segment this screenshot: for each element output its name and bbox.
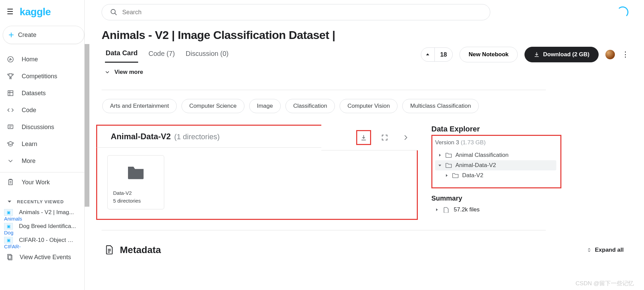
tabs-row: Data Card Code (7) Discussion (0) 18 New… [85, 43, 644, 63]
create-label: Create [18, 32, 36, 39]
clipboard-icon [6, 253, 14, 261]
search-input[interactable] [122, 9, 482, 16]
chevron-right-icon [402, 134, 409, 141]
caret-right-icon [435, 208, 439, 212]
chevron-down-icon [7, 157, 14, 165]
tab-data-card[interactable]: Data Card [105, 46, 138, 63]
nav-list: Home Competitions Datasets Code Discussi… [0, 49, 84, 193]
folder-title: Animal-Data-V2 [111, 132, 171, 141]
upvote-button[interactable] [421, 48, 435, 61]
trophy-icon [7, 72, 14, 80]
thumbnail-icon: ▣ [4, 209, 13, 216]
avatar[interactable] [605, 50, 615, 59]
view-active-events[interactable]: View Active Events [0, 250, 84, 261]
nav-more[interactable]: More [0, 152, 84, 169]
nav-discussions[interactable]: Discussions [0, 119, 84, 136]
document-icon [105, 245, 114, 255]
tag[interactable]: Computer Science [181, 99, 244, 113]
page-title: Animals - V2 | Image Classification Data… [85, 24, 644, 43]
vote-count: 18 [435, 51, 452, 58]
tab-discussion[interactable]: Discussion (0) [185, 47, 229, 62]
metadata-row: Metadata Expand all [85, 230, 644, 255]
tree: Animal Classification Animal-Data-V2 Dat… [435, 146, 556, 181]
code-icon [7, 106, 14, 114]
table-icon [7, 89, 14, 97]
tree-item[interactable]: Data-V2 [435, 170, 556, 181]
explorer-version: Version 3 (1.73 GB) [435, 139, 556, 146]
svg-point-0 [8, 57, 14, 62]
nav-code[interactable]: Code [0, 102, 84, 119]
folder-panel: Animal-Data-V2 (1 directories) Data-V2 5… [96, 125, 418, 220]
chevron-down-icon [104, 69, 110, 75]
tree-item[interactable]: Animal Classification [435, 150, 556, 160]
folder-card[interactable]: Data-V2 5 directories [107, 155, 164, 209]
more-menu-icon[interactable]: ⋮ [622, 50, 628, 59]
download-folder-button[interactable] [356, 130, 371, 145]
new-notebook-button[interactable]: New Notebook [459, 47, 518, 62]
summary-title: Summary [431, 194, 632, 202]
sidebar: ☰ kaggle + Create Home Competitions Data… [0, 0, 85, 290]
unfold-icon [586, 247, 592, 253]
topbar [85, 0, 644, 24]
search-icon [110, 8, 117, 16]
explorer-box: Version 3 (1.73 GB) Animal Classificatio… [431, 135, 561, 188]
caret-down-icon [438, 163, 442, 167]
tag[interactable]: Classification [285, 99, 335, 113]
hamburger-icon[interactable]: ☰ [7, 7, 14, 16]
nav-learn[interactable]: Learn [0, 136, 84, 152]
view-more-button[interactable]: View more [85, 63, 644, 79]
create-button[interactable]: + Create [3, 26, 84, 44]
vote-group: 18 [421, 47, 453, 62]
recent-item[interactable]: ▣CIFAR-10 - Object R... CIFAR- [0, 236, 84, 250]
learn-icon [7, 140, 14, 148]
fullscreen-icon [381, 134, 388, 141]
tags-row: Arts and Entertainment Computer Science … [85, 97, 644, 113]
clipboard-icon [7, 179, 14, 186]
summary-line[interactable]: 57.2k files [431, 202, 632, 213]
svg-rect-2 [8, 125, 13, 129]
scrollbar[interactable] [85, 0, 89, 290]
caret-right-icon [438, 153, 442, 157]
main: Animals - V2 | Image Classification Data… [85, 0, 644, 290]
nav-competitions[interactable]: Competitions [0, 68, 84, 85]
next-button[interactable] [398, 130, 413, 145]
metadata-title: Metadata [120, 245, 161, 255]
folder-name: Data-V2 [113, 190, 158, 196]
chat-icon [7, 123, 14, 131]
folder-dir-count: 5 directories [113, 198, 158, 204]
tag[interactable]: Multiclass Classification [402, 99, 479, 113]
tab-code[interactable]: Code (7) [148, 47, 175, 62]
scrollbar-thumb[interactable] [85, 44, 89, 207]
folder-icon [126, 164, 145, 181]
explorer-title: Data Explorer [431, 125, 632, 133]
file-icon [443, 207, 450, 213]
search-box[interactable] [102, 4, 490, 20]
loading-spinner-icon [617, 6, 628, 18]
watermark: CSDN @留下一些记忆 [576, 279, 634, 287]
folder-subtitle: (1 directories) [174, 132, 219, 141]
caret-right-icon [445, 173, 449, 178]
tag[interactable]: Computer Vision [340, 99, 398, 113]
nav-datasets[interactable]: Datasets [0, 85, 84, 102]
nav-your-work[interactable]: Your Work [0, 172, 84, 191]
recent-item[interactable]: ▣Dog Breed Identifica... Dog [0, 222, 84, 236]
fullscreen-button[interactable] [377, 130, 392, 145]
chevron-down-icon [7, 199, 12, 204]
tree-item-selected[interactable]: Animal-Data-V2 [435, 160, 556, 170]
plus-icon: + [8, 30, 14, 40]
folder-icon [452, 172, 459, 179]
tag[interactable]: Arts and Entertainment [102, 99, 177, 113]
logo[interactable]: kaggle [20, 6, 51, 18]
data-explorer: Data Explorer Version 3 (1.73 GB) Animal… [431, 125, 632, 220]
recent-item[interactable]: ▣Animals - V2 | Imag... Animals [0, 208, 84, 222]
thumbnail-icon: ▣ [4, 237, 13, 244]
compass-icon [7, 56, 14, 63]
download-button[interactable]: Download (2 GB) [524, 47, 599, 62]
caret-up-icon [425, 52, 430, 57]
nav-home[interactable]: Home [0, 51, 84, 68]
expand-all-button[interactable]: Expand all [586, 247, 624, 253]
thumbnail-icon: ▣ [4, 223, 13, 230]
recently-viewed-heading: RECENTLY VIEWED [0, 193, 84, 208]
tag[interactable]: Image [249, 99, 281, 113]
svg-rect-1 [8, 91, 13, 96]
